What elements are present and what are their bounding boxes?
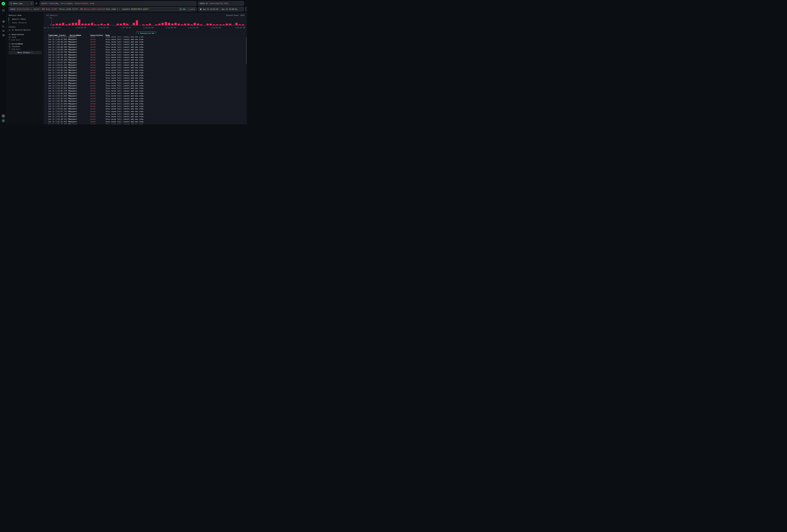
histogram-bar[interactable] xyxy=(235,23,237,25)
table-row[interactable]: ›Jun 11 1:53:05.578 PMpaymenterrorVisa c… xyxy=(44,90,247,92)
histogram-bar[interactable] xyxy=(104,24,106,25)
table-row[interactable]: ›Jun 11 1:55:16.296 PMpaymenterrorVisa c… xyxy=(44,59,247,61)
column-timestamp[interactable]: Timestamp (Local) xyxy=(48,34,68,36)
histogram-bar[interactable] xyxy=(177,24,180,25)
tab-results-table[interactable]: Results Table xyxy=(9,17,42,21)
load-more-severitytext[interactable]: Load more xyxy=(9,39,20,41)
histogram-bar[interactable] xyxy=(216,24,218,25)
column-resize-handle[interactable]: ⋮ xyxy=(104,35,106,36)
toggle-sidebar-icon[interactable] xyxy=(2,9,5,12)
time-range-picker[interactable]: Jun 11 13:41:52 - Jun 11 13:56:52 xyxy=(198,7,244,11)
histogram-bar[interactable] xyxy=(126,24,128,25)
lang-lucene[interactable]: Lucene xyxy=(189,8,195,10)
histogram-bar[interactable] xyxy=(207,24,209,25)
table-row[interactable]: ›Jun 11 1:51:43.121 PMpaymenterrorVisa c… xyxy=(44,115,247,118)
query-language-toggle[interactable]: / SQL | Lucene xyxy=(179,8,195,10)
column-resize-handle[interactable]: ⋮ xyxy=(68,35,70,36)
histogram-bar[interactable] xyxy=(101,24,103,25)
histogram-bar[interactable] xyxy=(75,23,77,25)
chart-explorer-icon[interactable] xyxy=(2,25,5,27)
table-row[interactable]: ›Jun 11 1:51:57.712 PMpaymenterrorVisa c… xyxy=(44,110,247,113)
table-row[interactable]: ›Jun 11 1:53:00.676 PMpaymenterrorVisa c… xyxy=(44,92,247,95)
histogram-bar[interactable] xyxy=(194,23,196,25)
histogram-bar[interactable] xyxy=(158,24,161,25)
table-row[interactable]: ›Jun 11 1:53:26.250 PMpaymenterrorVisa c… xyxy=(44,82,247,84)
table-row[interactable]: ›Jun 11 1:56:32.843 PMpaymenterrorVisa c… xyxy=(44,43,247,46)
where-query-input[interactable]: WHERE SeverityText = 'error' AND Body IL… xyxy=(9,7,197,11)
filter-group-name[interactable]: SeverityText xyxy=(12,34,24,36)
histogram-bar[interactable] xyxy=(226,24,228,25)
histogram-bar[interactable] xyxy=(222,24,225,25)
histogram-bar[interactable] xyxy=(187,24,190,25)
denoise-results-checkbox[interactable]: Denoise Results xyxy=(9,29,31,31)
table-row[interactable]: ›Jun 11 1:52:30.469 PMpaymenterrorVisa c… xyxy=(44,100,247,103)
filter-option-checkout[interactable]: checkout xyxy=(9,45,20,47)
table-row[interactable]: ›Jun 11 1:56:08.948 PMpaymenterrorVisa c… xyxy=(44,46,247,48)
column-resize-handle[interactable]: ⋮ xyxy=(89,35,90,36)
source-select[interactable]: Demo Logs xyxy=(9,1,34,6)
histogram-bar[interactable] xyxy=(162,23,164,25)
histogram-bar[interactable] xyxy=(56,24,58,25)
user-avatar[interactable]: U xyxy=(2,119,5,123)
table-row[interactable]: ›Jun 11 1:52:02.581 PMpaymenterrorVisa c… xyxy=(44,108,247,110)
histogram-bar[interactable] xyxy=(52,24,55,25)
table-row[interactable]: ›Jun 11 1:56:38.534 PMpaymenterrorVisa c… xyxy=(44,41,247,43)
table-row[interactable]: ›Jun 11 1:56:42.995 PMpaymenterrorVisa c… xyxy=(44,38,247,41)
table-row[interactable]: ›Jun 11 1:54:09.906 PMpaymenterrorVisa c… xyxy=(44,74,247,77)
table-row[interactable]: ›Jun 11 1:55:07.827 PMpaymenterrorVisa c… xyxy=(44,61,247,64)
histogram-bar[interactable] xyxy=(171,24,173,25)
histogram-bar[interactable] xyxy=(65,24,67,25)
column-servicename[interactable]: ServiceName xyxy=(70,34,89,36)
vertical-scrollbar[interactable] xyxy=(246,38,247,64)
histogram-bar[interactable] xyxy=(78,20,80,25)
histogram-bar[interactable] xyxy=(62,23,64,25)
column-severitytext[interactable]: SeverityText xyxy=(90,34,104,36)
histogram-bar[interactable] xyxy=(85,24,87,25)
select-query-input[interactable]: SELECT Timestamp, ServiceName, SeverityT… xyxy=(40,1,196,6)
histogram-bar[interactable] xyxy=(133,23,135,25)
table-row[interactable]: ›Jun 11 1:55:39.324 PMpaymenterrorVisa c… xyxy=(44,56,247,59)
table-row[interactable]: ›Jun 11 1:52:35.232 PMpaymenterrorVisa c… xyxy=(44,98,247,100)
table-row[interactable]: ›Jun 11 1:51:31.415 PMpaymenterrorVisa c… xyxy=(44,121,247,123)
dashboards-icon[interactable] xyxy=(2,34,5,37)
histogram-bar[interactable] xyxy=(120,24,122,25)
table-row[interactable]: ›Jun 11 1:51:39.115 PMpaymenterrorVisa c… xyxy=(44,118,247,121)
histogram-bar[interactable] xyxy=(72,23,74,25)
histogram-bar[interactable] xyxy=(81,24,84,25)
lang-sql[interactable]: SQL xyxy=(183,8,186,10)
table-row[interactable]: ›Jun 11 1:54:43.948 PMpaymenterrorVisa c… xyxy=(44,66,247,69)
histogram-bar[interactable] xyxy=(68,24,71,25)
checkbox[interactable] xyxy=(9,36,10,38)
histogram-bar[interactable] xyxy=(200,24,202,25)
order-by-input[interactable]: ORDER BY TimestampTime DESC xyxy=(198,1,244,6)
histogram-bar[interactable] xyxy=(184,24,186,25)
hyperdx-logo-icon[interactable] xyxy=(2,2,5,5)
table-row[interactable]: ›Jun 11 1:53:10.922 PMpaymenterrorVisa c… xyxy=(44,87,247,89)
histogram-bar[interactable] xyxy=(88,24,90,25)
load-more-servicename[interactable]: Load more xyxy=(9,48,20,50)
table-row[interactable]: ›Jun 11 1:52:25.630 PMpaymenterrorVisa c… xyxy=(44,103,247,105)
histogram-bar[interactable] xyxy=(94,24,96,25)
table-row[interactable]: ›Jun 11 1:55:51.448 PMpaymenterrorVisa c… xyxy=(44,54,247,56)
run-query-button[interactable] xyxy=(245,7,247,11)
histogram-bar[interactable] xyxy=(149,24,151,25)
checkbox[interactable] xyxy=(9,46,10,47)
histogram-bar[interactable] xyxy=(213,24,215,25)
table-row[interactable]: ›Jun 11 1:52:19.473 PMpaymenterrorVisa c… xyxy=(44,105,247,108)
table-row[interactable]: ›Jun 11 1:54:26.230 PMpaymenterrorVisa c… xyxy=(44,71,247,74)
histogram-bar[interactable] xyxy=(239,24,241,25)
table-row[interactable]: ›Jun 11 1:51:23.457 PMpaymenterrorVisa c… xyxy=(44,123,247,124)
checkbox[interactable] xyxy=(9,29,10,31)
column-body[interactable]: Body xyxy=(106,34,247,36)
histogram-bar[interactable] xyxy=(242,24,244,25)
histogram-bar[interactable] xyxy=(197,24,199,25)
histogram-bar[interactable] xyxy=(136,20,138,25)
histogram-bar[interactable] xyxy=(91,23,93,25)
table-row[interactable]: ›Jun 11 1:53:41.873 PMpaymenterrorVisa c… xyxy=(44,79,247,82)
histogram-bar[interactable] xyxy=(210,24,212,25)
table-row[interactable]: ›Jun 11 1:54:40.218 PMpaymenterrorVisa c… xyxy=(44,69,247,71)
table-row[interactable]: ›Jun 11 1:52:51.824 PMpaymenterrorVisa c… xyxy=(44,95,247,97)
filter-group-name[interactable]: ServiceName xyxy=(12,43,23,45)
histogram-bar[interactable] xyxy=(168,23,170,25)
help-button[interactable]: ? xyxy=(2,114,5,118)
